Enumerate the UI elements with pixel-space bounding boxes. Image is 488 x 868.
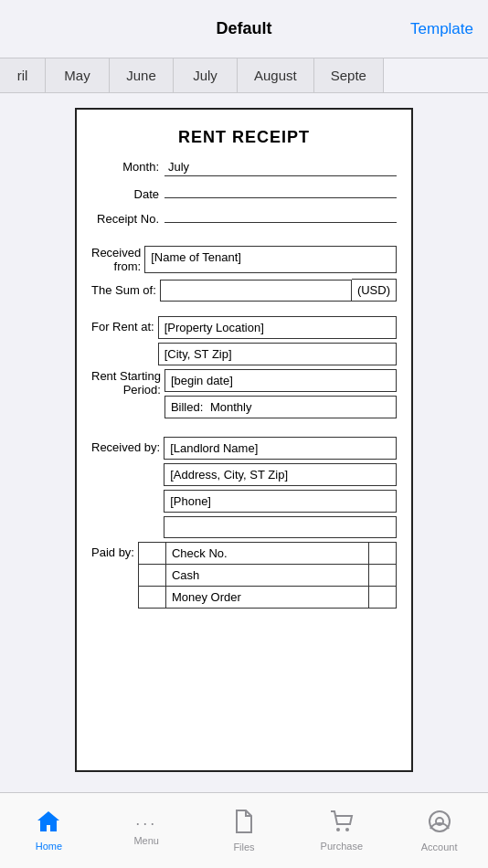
header: Default Template [0, 0, 488, 58]
month-tab-may[interactable]: May [46, 58, 110, 92]
svg-point-1 [345, 828, 349, 831]
landlord-name[interactable]: [Landlord Name] [164, 437, 397, 460]
landlord-extra[interactable] [164, 516, 397, 538]
check-amount[interactable] [369, 543, 397, 565]
table-row: Cash [138, 565, 396, 587]
received-label2: from: [114, 259, 142, 273]
month-row: Month: July [91, 160, 397, 176]
paid-by-table: Check No. Cash Money Order [138, 542, 397, 609]
rent-period-section: Rent Starting Period: [begin date] Bille… [91, 369, 397, 422]
landlord-address[interactable]: [Address, City, ST Zip] [164, 463, 397, 486]
month-label: Month: [91, 160, 164, 174]
received-by-label: Received by: [91, 437, 164, 454]
nav-account[interactable]: Account [390, 793, 488, 868]
home-icon [36, 810, 61, 837]
month-tabs: ril May June July August Septe [0, 58, 488, 93]
rent-starting-label2: Period: [123, 383, 161, 397]
account-label: Account [421, 842, 458, 852]
menu-icon: ··· [135, 815, 157, 831]
files-icon [233, 809, 255, 838]
date-row: Date [91, 182, 397, 201]
received-from-value[interactable]: [Name of Tenant] [144, 246, 397, 273]
month-tab-september[interactable]: Septe [314, 58, 384, 92]
billed-value: Billed: Monthly [164, 396, 397, 418]
received-label1: Received [91, 246, 141, 259]
receipt-no-label: Receipt No. [91, 212, 164, 226]
billed-label: Billed: [171, 400, 203, 414]
rent-at-section: For Rent at: [Property Location] [City, … [91, 316, 397, 369]
cash-label: Cash [165, 565, 368, 587]
cash-checkbox[interactable] [138, 565, 165, 587]
date-label: Date [91, 187, 164, 201]
nav-home[interactable]: Home [0, 793, 98, 868]
menu-label: Menu [133, 835, 159, 846]
cash-amount[interactable] [369, 565, 397, 587]
account-icon [427, 809, 452, 838]
received-from-section: Received from: [Name of Tenant] [91, 246, 397, 273]
money-order-amount[interactable] [369, 587, 397, 609]
receipt-no-value[interactable] [164, 206, 397, 223]
sum-currency: (USD) [352, 279, 397, 302]
purchase-label: Purchase [321, 841, 363, 852]
rent-starting-label1: Rent Starting [91, 369, 161, 383]
home-label: Home [36, 841, 62, 852]
svg-point-2 [430, 811, 450, 831]
month-value[interactable]: July [164, 160, 397, 176]
date-value[interactable] [164, 182, 397, 198]
nav-menu[interactable]: ··· Menu [98, 793, 196, 868]
received-by-section: Received by: [Landlord Name] [Address, C… [91, 437, 397, 542]
receipt-card: RENT RECEIPT Month: July Date Receipt No… [75, 108, 413, 772]
sum-value[interactable] [160, 280, 352, 302]
files-label: Files [233, 842, 254, 852]
billed-period: Monthly [210, 400, 252, 414]
month-tab-august[interactable]: August [238, 58, 314, 92]
landlord-phone[interactable]: [Phone] [164, 490, 397, 513]
table-row: Check No. [138, 543, 396, 565]
purchase-icon [329, 810, 355, 837]
nav-purchase[interactable]: Purchase [292, 793, 390, 868]
month-tab-april[interactable]: ril [0, 58, 46, 92]
money-order-checkbox[interactable] [138, 587, 165, 609]
month-tab-july[interactable]: July [174, 58, 238, 92]
rent-start-date[interactable]: [begin date] [164, 369, 397, 392]
table-row: Money Order [138, 587, 396, 609]
paid-by-section: Paid by: Check No. Cash Money Order [91, 542, 397, 609]
sum-label: The Sum of: [91, 283, 160, 297]
nav-files[interactable]: Files [196, 793, 293, 868]
rent-location-value[interactable]: [Property Location] [158, 316, 397, 339]
page-title: Default [216, 19, 271, 38]
receipt-no-row: Receipt No. [91, 206, 397, 226]
bottom-nav: Home ··· Menu Files Purchase [0, 792, 488, 868]
month-tab-june[interactable]: June [110, 58, 174, 92]
sum-row: The Sum of: (USD) [91, 279, 397, 302]
receipt-title: RENT RECEIPT [91, 128, 397, 147]
check-checkbox[interactable] [138, 543, 165, 565]
rent-city-value[interactable]: [City, ST Zip] [158, 343, 397, 365]
check-label: Check No. [165, 543, 368, 565]
template-button[interactable]: Template [410, 20, 473, 38]
main-content: RENT RECEIPT Month: July Date Receipt No… [0, 93, 488, 787]
paid-by-label: Paid by: [91, 542, 138, 559]
svg-point-0 [336, 828, 340, 831]
money-order-label: Money Order [165, 587, 368, 609]
rent-at-label: For Rent at: [91, 316, 158, 333]
